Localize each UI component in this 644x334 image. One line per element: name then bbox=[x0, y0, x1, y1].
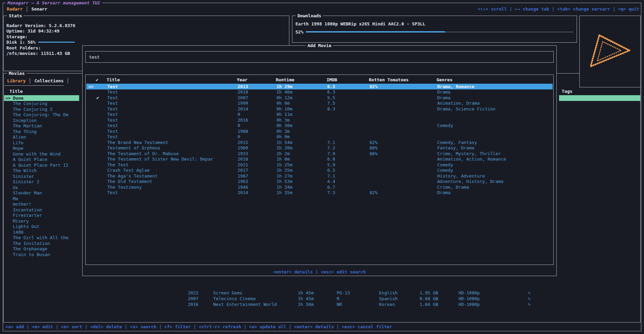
search-result-row[interactable]: Test 1988 0h 3m bbox=[86, 128, 553, 134]
library-list-item[interactable]: The Girl with All the bbox=[4, 235, 79, 241]
result-runtime: 0h 0m bbox=[276, 134, 327, 139]
search-result-row[interactable]: The Aga's Testament 1967 1h 27m 7.1 Hist… bbox=[86, 173, 553, 179]
movie-detail-row[interactable]: 2007 Telecinco Cinema 1h 45m R Spanish 0… bbox=[4, 296, 640, 301]
result-runtime: 1h 25m bbox=[276, 162, 327, 167]
result-genres: Comedy bbox=[437, 123, 553, 128]
movie-language: Korean bbox=[379, 302, 420, 307]
tab-library[interactable]: Library bbox=[7, 78, 26, 83]
tab-collections[interactable]: Collections bbox=[35, 78, 64, 83]
result-title: Test bbox=[107, 190, 238, 195]
result-imdb: 5.5 bbox=[327, 95, 370, 100]
library-list-item[interactable]: The Conjuring 2 bbox=[4, 106, 79, 112]
result-imdb: 7.9 bbox=[327, 151, 370, 156]
library-list-item[interactable]: mother! bbox=[4, 202, 79, 207]
movie-title-label: The Conjuring: The De bbox=[13, 112, 68, 117]
search-result-row[interactable]: Test 0 0h 0m bbox=[86, 134, 553, 140]
library-list-item[interactable]: Sinister bbox=[4, 173, 79, 179]
result-year: 2016 bbox=[238, 118, 276, 123]
library-list-item[interactable]: Sinister 2 bbox=[4, 179, 79, 185]
search-result-row[interactable]: Testament of Orpheus 1960 1h 20m 7.2 88%… bbox=[86, 145, 553, 151]
movie-title-label: Misery bbox=[13, 218, 29, 224]
check-column-header: ✔ bbox=[96, 77, 107, 82]
search-result-row[interactable]: The Testament of Dr. Mabuse 1933 2h 2m 7… bbox=[86, 151, 553, 156]
result-genres: Drama bbox=[437, 95, 553, 100]
genres-column-header: Genres bbox=[437, 77, 553, 82]
library-list-item[interactable]: The Martian bbox=[4, 123, 79, 129]
library-list-item[interactable]: Alien bbox=[4, 134, 79, 140]
library-list-item[interactable]: Ma bbox=[4, 196, 79, 202]
library-list-item[interactable]: The Orphanage bbox=[4, 246, 79, 252]
library-list-item[interactable]: Firestarter bbox=[4, 213, 79, 218]
search-result-row[interactable]: Test 2014 0h 10m 8.3 Drama, Science Fict… bbox=[86, 106, 553, 112]
search-result-row[interactable]: Crash Test Aglae 2017 1h 25m 6.5 Comedy bbox=[86, 168, 553, 173]
tag-edit-icon: ✎ bbox=[528, 296, 640, 301]
library-list-item[interactable]: 1408 bbox=[4, 229, 79, 235]
result-runtime: 1h 25m bbox=[276, 168, 327, 173]
result-genres: Crime, Mystery, Thriller bbox=[437, 151, 553, 156]
movie-title-label: Firestarter bbox=[13, 213, 42, 218]
search-result-row[interactable]: The Old Testament 1963 1h 53m 4.4 Advent… bbox=[86, 179, 553, 185]
library-list-item[interactable]: => Dune bbox=[4, 95, 79, 101]
result-title: Test bbox=[107, 95, 238, 100]
movie-certification: NR bbox=[337, 302, 379, 307]
library-list-item[interactable]: Us bbox=[4, 185, 79, 190]
library-list-item[interactable]: Nope bbox=[4, 146, 79, 151]
search-input[interactable]: test bbox=[85, 51, 554, 63]
search-result-row[interactable]: The Test 2021 1h 25m 5.9 Comedy bbox=[86, 162, 553, 168]
search-result-row[interactable]: test 0 0h 30m Comedy bbox=[86, 123, 553, 129]
search-result-row[interactable]: The Brand New Testament 2015 1h 54m 7.1 … bbox=[86, 140, 553, 145]
library-list-item[interactable]: A Quiet Place bbox=[4, 157, 79, 163]
library-list-item[interactable]: The Witch bbox=[4, 168, 79, 174]
tab-radarr[interactable]: Radarr bbox=[7, 6, 23, 12]
library-list-item[interactable]: Gone with the Wind bbox=[4, 151, 79, 157]
library-list-item[interactable]: The Thing bbox=[4, 129, 79, 134]
search-result-row[interactable]: The Testament of Sister New Devil: Depar… bbox=[86, 156, 553, 162]
search-result-row[interactable]: Test 0 0h 11m bbox=[86, 112, 553, 118]
library-list-item[interactable]: The Conjuring: The De bbox=[4, 112, 79, 118]
movie-detail-row[interactable]: 2016 Next Entertainment World 1h 58m NR … bbox=[4, 301, 640, 307]
search-result-row[interactable]: => Test 2013 1h 29m 6.5 82% Drama, Roman… bbox=[86, 84, 553, 89]
movie-title-label: The Martian bbox=[13, 123, 42, 128]
library-list-item[interactable]: Life bbox=[4, 140, 79, 146]
search-result-row[interactable]: Test 1999 0h 0m 7.5 Animation, Drama bbox=[86, 101, 553, 106]
movies-panel-title: Movies bbox=[7, 71, 26, 76]
uptime: Uptime: 31d 04:32:49 bbox=[6, 28, 286, 34]
result-runtime: 0h 12m bbox=[276, 95, 327, 100]
result-title: Crash Test Aglae bbox=[107, 168, 238, 173]
search-result-row[interactable]: The Testimony 1946 1h 34m 6.7 Crime, Dra… bbox=[86, 184, 553, 190]
result-title: Test bbox=[107, 106, 238, 111]
movie-title-label: Inception bbox=[13, 118, 37, 123]
keybind-help-top: <↑↓> scroll | ←→ change tab | <tab> chan… bbox=[478, 6, 639, 12]
search-result-row[interactable]: Test 2014 1h 35m 7.3 82% Drama bbox=[86, 190, 553, 196]
movie-title-label: The Orphanage bbox=[13, 246, 47, 251]
search-result-row[interactable]: ✔ Test 2007 0h 12m 5.5 Drama bbox=[86, 95, 553, 101]
library-list-item[interactable]: Misery bbox=[4, 218, 79, 224]
library-list-item[interactable]: Incantation bbox=[4, 207, 79, 213]
result-title: The Old Testament bbox=[107, 179, 238, 184]
search-result-row[interactable]: Test 2016 0h 3m bbox=[86, 117, 553, 123]
library-list-item[interactable]: The Conjuring bbox=[4, 101, 79, 107]
result-year: 1999 bbox=[238, 101, 276, 106]
result-year: 0 bbox=[238, 123, 276, 128]
result-imdb: 5.9 bbox=[327, 162, 370, 167]
library-list-item[interactable]: A Quiet Place Part II bbox=[4, 162, 79, 168]
tab-sonarr[interactable]: Sonarr bbox=[31, 6, 47, 12]
result-rotten-tomatoes: 82% bbox=[370, 84, 437, 89]
library-list-item[interactable]: Lights Out bbox=[4, 224, 79, 230]
search-result-row[interactable]: Test 2018 1h 46m 6.3 Drama bbox=[86, 89, 553, 95]
tags-column-header: Tags bbox=[562, 89, 572, 94]
disk-usage-bar bbox=[38, 42, 75, 43]
library-list-item[interactable]: Train to Busan bbox=[4, 252, 79, 257]
result-runtime: 1h 20m bbox=[276, 145, 327, 150]
result-title: test bbox=[107, 123, 238, 128]
result-runtime: 2h 2m bbox=[276, 151, 327, 156]
result-runtime: 1h 34m bbox=[276, 185, 327, 190]
library-list-item[interactable]: Inception bbox=[4, 118, 79, 123]
download-item-name[interactable]: Earth 1998 1080p WEBRip x265 Hindi AAC2.… bbox=[295, 21, 425, 26]
movie-year: 2016 bbox=[188, 302, 213, 307]
movie-year: 2022 bbox=[188, 290, 213, 295]
library-list-item[interactable]: The Invitation bbox=[4, 241, 79, 246]
add-movie-title: Add Movie bbox=[306, 43, 333, 48]
library-list-item[interactable]: Slender Man bbox=[4, 190, 79, 196]
movie-detail-row[interactable]: 2022 Screen Gems 1h 45m PG-13 English 1.… bbox=[4, 290, 640, 296]
